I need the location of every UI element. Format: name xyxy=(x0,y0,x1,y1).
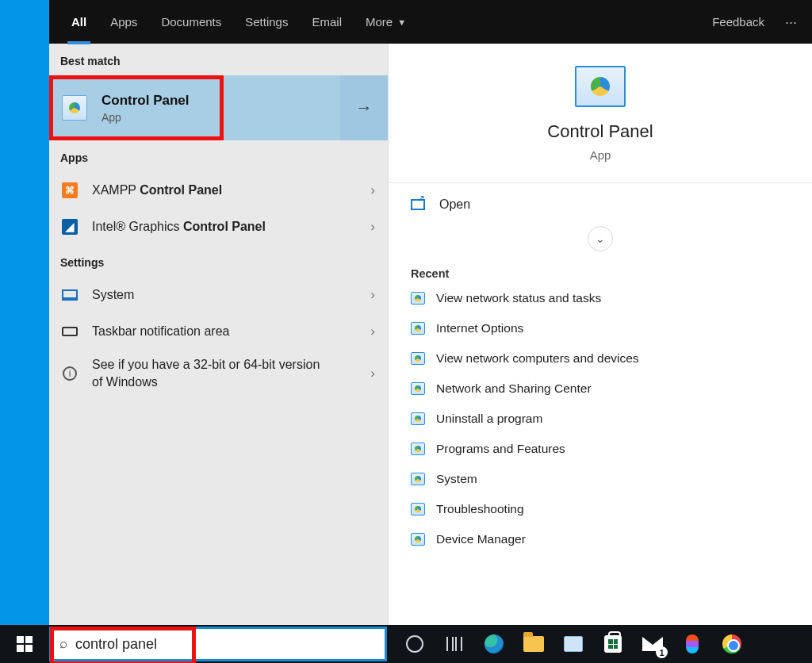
recent-header: Recent xyxy=(389,259,812,283)
tab-email[interactable]: Email xyxy=(304,0,350,44)
mail-badge: 1 xyxy=(656,646,668,658)
figma-button[interactable] xyxy=(680,632,704,656)
preview-title: Control Panel xyxy=(547,121,653,142)
recent-internet-options[interactable]: Internet Options xyxy=(389,313,812,343)
windows-icon xyxy=(17,636,33,652)
recent-device-manager[interactable]: Device Manager xyxy=(389,524,812,554)
chevron-right-icon: › xyxy=(370,287,375,303)
control-panel-icon xyxy=(411,322,425,335)
store-icon xyxy=(604,635,622,653)
result-system[interactable]: System › xyxy=(49,277,388,313)
recent-programs-features[interactable]: Programs and Features xyxy=(389,434,812,464)
tab-more[interactable]: More▼ xyxy=(358,0,414,44)
taskbar: ⌕ 1 xyxy=(0,625,812,663)
results-column: Best match Control Panel App → Apps ⌘ xyxy=(49,44,389,625)
control-panel-icon xyxy=(411,473,425,485)
tab-all[interactable]: All xyxy=(63,0,94,44)
folder-icon xyxy=(523,636,544,652)
chrome-button[interactable] xyxy=(720,632,744,656)
open-action[interactable]: Open xyxy=(389,183,812,226)
result-xampp-control-panel[interactable]: ⌘ XAMPP Control Panel › xyxy=(49,172,388,209)
taskbar-icon xyxy=(62,327,78,336)
task-view-icon xyxy=(446,637,462,651)
cortana-button[interactable] xyxy=(403,632,427,656)
microsoft-store-button[interactable] xyxy=(601,632,625,656)
edge-button[interactable] xyxy=(482,632,506,656)
search-header: All Apps Documents Settings Email More▼ … xyxy=(49,0,812,44)
control-panel-icon xyxy=(411,292,425,305)
chevron-right-icon: › xyxy=(370,366,375,381)
task-view-button[interactable] xyxy=(442,632,466,656)
intel-icon: ◢ xyxy=(62,219,78,235)
taskbar-pinned-apps: 1 xyxy=(403,625,744,663)
recent-view-network-computers[interactable]: View network computers and devices xyxy=(389,343,812,374)
expand-actions-button[interactable]: ⌄ xyxy=(588,226,613,251)
recent-troubleshooting[interactable]: Troubleshooting xyxy=(389,494,812,524)
chevron-down-icon: ▼ xyxy=(397,17,406,27)
open-icon xyxy=(411,199,425,210)
control-panel-icon xyxy=(411,443,425,455)
preview-pane: Control Panel App Open ⌄ Recent View net… xyxy=(389,44,812,625)
notepad-icon xyxy=(564,636,583,652)
best-match-title: Control Panel xyxy=(102,93,190,109)
figma-icon xyxy=(686,634,699,653)
search-flyout: All Apps Documents Settings Email More▼ … xyxy=(49,0,812,625)
control-panel-icon xyxy=(411,503,425,515)
info-icon: i xyxy=(63,366,77,381)
file-explorer-button[interactable] xyxy=(522,632,546,656)
recent-view-network-status[interactable]: View network status and tasks xyxy=(389,283,812,313)
tab-apps[interactable]: Apps xyxy=(102,0,145,44)
chrome-icon xyxy=(722,634,741,653)
notepad-button[interactable] xyxy=(561,632,585,656)
preview-subtitle: App xyxy=(590,148,611,162)
best-match-row: Control Panel App → xyxy=(49,75,388,140)
control-panel-icon xyxy=(411,352,425,365)
search-input[interactable] xyxy=(75,636,377,653)
monitor-icon xyxy=(62,289,78,301)
best-match-header: Best match xyxy=(49,44,388,75)
best-match-expand-arrow[interactable]: → xyxy=(340,75,388,140)
xampp-icon: ⌘ xyxy=(62,182,78,198)
desktop-background-strip xyxy=(0,0,49,625)
cortana-icon xyxy=(406,635,423,653)
tab-settings[interactable]: Settings xyxy=(237,0,296,44)
chevron-right-icon: › xyxy=(370,182,375,198)
mail-button[interactable]: 1 xyxy=(641,632,665,656)
search-icon: ⌕ xyxy=(59,636,67,652)
best-match-subtitle: App xyxy=(102,111,190,124)
control-panel-icon xyxy=(411,412,425,425)
taskbar-search-box[interactable]: ⌕ xyxy=(49,627,387,661)
control-panel-icon xyxy=(575,66,626,107)
apps-header: Apps xyxy=(49,140,388,172)
control-panel-icon xyxy=(62,95,87,121)
settings-header: Settings xyxy=(49,245,388,277)
chevron-right-icon: › xyxy=(370,324,375,339)
chevron-right-icon: › xyxy=(370,219,375,235)
result-32-64-bit[interactable]: i See if you have a 32-bit or 64-bit ver… xyxy=(49,350,388,397)
edge-icon xyxy=(485,634,504,653)
options-menu-icon[interactable]: ⋯ xyxy=(785,15,798,29)
feedback-link[interactable]: Feedback xyxy=(712,15,764,29)
best-match-result[interactable]: Control Panel App xyxy=(49,75,340,140)
result-taskbar-notification-area[interactable]: Taskbar notification area › xyxy=(49,313,388,350)
start-button[interactable] xyxy=(0,625,49,663)
search-tabs: All Apps Documents Settings Email More▼ xyxy=(63,0,414,44)
control-panel-icon xyxy=(411,382,425,395)
control-panel-icon xyxy=(411,533,425,546)
tab-documents[interactable]: Documents xyxy=(153,0,229,44)
recent-system[interactable]: System xyxy=(389,464,812,494)
recent-uninstall-program[interactable]: Uninstall a program xyxy=(389,404,812,434)
recent-network-sharing-center[interactable]: Network and Sharing Center xyxy=(389,374,812,404)
result-intel-graphics-control-panel[interactable]: ◢ Intel® Graphics Control Panel › xyxy=(49,209,388,245)
